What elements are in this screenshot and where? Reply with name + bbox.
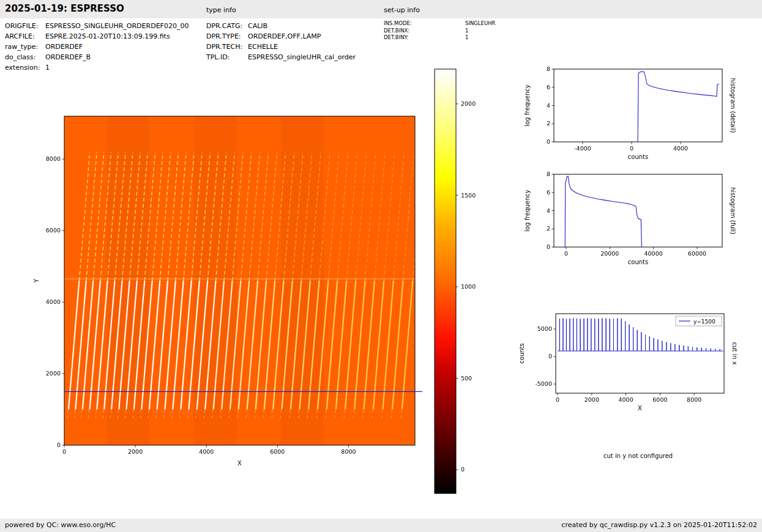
y-tick-label: 4 (547, 207, 550, 214)
raw_image-frame (64, 116, 415, 445)
x-tick-label: 0 (556, 396, 559, 403)
histogram-full-plot: 020000400006000002468countslog frequency… (524, 171, 736, 265)
y-tick-label: 5000 (537, 325, 552, 332)
x-tick-label: 60000 (688, 250, 706, 257)
colorbar-tick-label: 2000 (461, 100, 476, 107)
y-tick-label: 6 (547, 84, 550, 91)
x-tick-label: 0 (630, 145, 633, 152)
qc-report-page: 2025-01-19: ESPRESSO type info set-up in… (0, 0, 762, 532)
histogram_full-ylabel: log frequency (524, 190, 531, 232)
colorbar-tick-label: 0 (461, 466, 465, 473)
x-tick-label: 20000 (600, 250, 619, 257)
colorbar-tick-label: 1500 (461, 192, 476, 199)
cut-y-note: cut in y not configured (603, 453, 673, 459)
x-tick-label: 6000 (270, 448, 285, 455)
y-tick-label: -5000 (535, 380, 552, 387)
histogram_detail-right-label: histogram (detail) (730, 78, 736, 133)
raw_image-xlabel: X (237, 460, 242, 467)
cut-in-x-legend: y=1500 (676, 316, 722, 326)
x-tick-label: 8000 (341, 448, 356, 455)
footer-left: powered by QC: www.eso.org/HC (5, 521, 116, 529)
y-tick-label: 6 (547, 189, 550, 196)
raw-image-axes: 0200040006000800002000400060008000XY (33, 116, 422, 467)
footer-right: created by qc_rawdisp.py v1.2.3 on 2025-… (561, 521, 757, 529)
x-tick-label: 0 (564, 250, 568, 257)
y-tick-label: 8000 (46, 155, 61, 162)
y-tick-label: 8 (547, 65, 550, 72)
x-tick-label: 2000 (128, 448, 143, 455)
x-tick-label: -4000 (574, 145, 591, 152)
histogram_full-xlabel: counts (628, 259, 648, 265)
colorbar-gradient (435, 69, 456, 493)
histogram_full-right-label: histogram (full) (730, 187, 736, 234)
cut_in_x-xlabel: X (638, 405, 642, 412)
y-tick-label: 2000 (46, 370, 61, 377)
x-tick-label: 4000 (619, 396, 633, 403)
y-tick-label: 0 (547, 138, 550, 145)
y-tick-label: 0 (548, 353, 552, 360)
raw_image-ylabel: Y (33, 278, 40, 283)
colorbar-tick-label: 1000 (461, 283, 476, 290)
cut_in_x-ylabel: counts (518, 343, 525, 363)
x-tick-label: 0 (62, 448, 66, 455)
y-tick-label: 8 (547, 171, 550, 177)
x-tick-label: 2000 (585, 396, 599, 403)
y-tick-label: 4000 (46, 298, 61, 305)
cut-in-x-plot: 02000400060008000-500005000Xcountscut in… (518, 314, 738, 412)
x-tick-label: 40000 (644, 250, 663, 257)
y-tick-label: 4 (547, 102, 550, 109)
x-tick-label: 6000 (652, 396, 667, 403)
y-tick-label: 0 (57, 441, 61, 448)
colorbar: 0500100015002000 (435, 69, 476, 493)
x-tick-label: 8000 (687, 396, 701, 403)
x-tick-label: 4000 (673, 145, 688, 152)
histogram-detail-plot: -40000400002468countslog frequencyhistog… (524, 65, 736, 160)
y-tick-label: 6000 (46, 227, 61, 234)
cut_in_x-right-label: cut in x (731, 342, 738, 364)
histogram-detail-curve (638, 72, 719, 142)
histogram-full-curve (565, 176, 641, 247)
y-tick-label: 2 (547, 120, 550, 127)
legend-label: y=1500 (693, 319, 715, 325)
y-tick-label: 2 (547, 225, 550, 232)
histogram_full-frame (554, 174, 722, 247)
y-tick-label: 0 (547, 243, 550, 250)
x-tick-label: 4000 (199, 448, 214, 455)
histogram_detail-xlabel: counts (628, 153, 648, 160)
histogram_detail-ylabel: log frequency (524, 84, 531, 127)
colorbar-tick-label: 500 (461, 375, 472, 382)
